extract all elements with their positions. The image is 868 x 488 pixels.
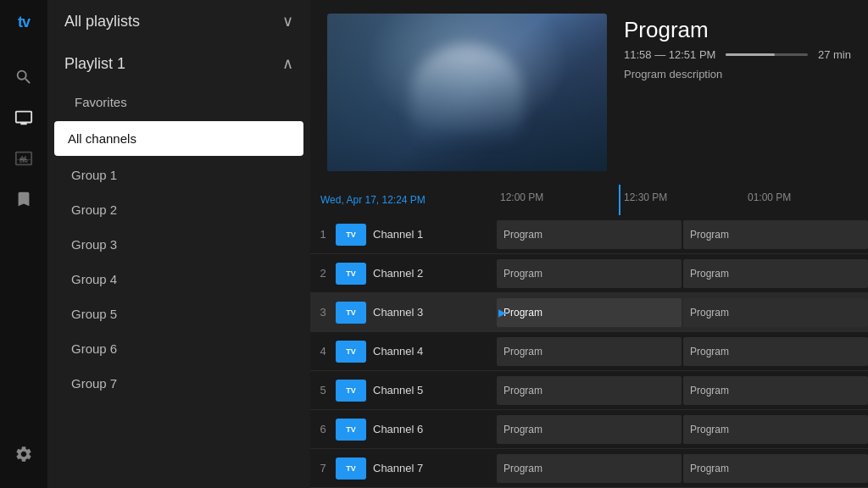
- channel-icon: TV: [336, 458, 366, 480]
- epg-program-list: ProgramProgram: [497, 337, 868, 366]
- epg-channel-area: 6TVChannel 6: [310, 419, 497, 441]
- epg-row[interactable]: 3TVChannel 3▶ProgramProgram: [310, 293, 868, 332]
- timeline-times: 12:00 PM 12:30 PM 01:00 PM: [497, 185, 868, 215]
- svg-text:DVR: DVR: [19, 159, 28, 164]
- channel-icon: TV: [336, 263, 366, 285]
- channel-number: 2: [310, 267, 336, 280]
- epg-program[interactable]: Program: [683, 337, 868, 366]
- nav-panel: All playlists ∨ Playlist 1 ∧ Favorites A…: [47, 0, 310, 488]
- current-date-label: Wed, Apr 17, 12:24 PM: [310, 194, 426, 206]
- channel-name: Channel 2: [373, 267, 466, 280]
- tv-nav-item[interactable]: [0, 97, 47, 138]
- epg-row[interactable]: 6TVChannel 6ProgramProgram: [310, 410, 868, 449]
- epg-program[interactable]: Program: [497, 415, 682, 444]
- dvr-nav-item[interactable]: DVR: [0, 138, 47, 179]
- main-content: Program 11:58 — 12:51 PM 27 min Program …: [310, 0, 868, 488]
- program-time-text: 11:58 — 12:51 PM: [624, 48, 715, 61]
- nav-group-3[interactable]: Group 3: [47, 227, 310, 262]
- all-playlists-label: All playlists: [64, 13, 140, 30]
- time-label-1200: 12:00 PM: [497, 185, 620, 215]
- program-description: Program description: [624, 68, 851, 80]
- channel-icon: TV: [336, 302, 366, 324]
- channel-number: 6: [310, 423, 336, 435]
- program-duration: 27 min: [818, 48, 851, 61]
- preview-image: [327, 14, 607, 171]
- nav-all-channels[interactable]: All channels: [54, 121, 303, 156]
- program-title: Program: [624, 17, 851, 43]
- epg-program[interactable]: Program: [497, 220, 682, 249]
- epg-channel-area: 1TVChannel 1: [310, 224, 497, 246]
- channel-number: 5: [310, 384, 336, 396]
- nav-group-1[interactable]: Group 1: [47, 158, 310, 192]
- channel-name: Channel 6: [373, 423, 466, 435]
- time-label-1230: 12:30 PM: [620, 185, 744, 215]
- nav-group-7[interactable]: Group 7: [47, 366, 310, 401]
- bookmark-nav-item[interactable]: [0, 179, 47, 219]
- play-indicator: ▶: [498, 307, 506, 319]
- top-preview-area: Program 11:58 — 12:51 PM 27 min Program …: [310, 0, 868, 185]
- epg-channel-area: 4TVChannel 4: [310, 341, 497, 363]
- epg-row[interactable]: 5TVChannel 5ProgramProgram: [310, 371, 868, 410]
- epg-program[interactable]: Program: [497, 298, 682, 327]
- epg-program-list: ProgramProgram: [497, 454, 868, 483]
- timeline-header: Wed, Apr 17, 12:24 PM 12:00 PM 12:30 PM …: [310, 185, 868, 215]
- search-nav-item[interactable]: [0, 57, 47, 97]
- epg-program-list: ProgramProgram: [497, 220, 868, 249]
- channel-name: Channel 7: [373, 462, 466, 474]
- epg-program-list: ▶ProgramProgram: [497, 298, 868, 327]
- epg-program[interactable]: Program: [497, 376, 682, 405]
- epg-container: Wed, Apr 17, 12:24 PM 12:00 PM 12:30 PM …: [310, 185, 868, 488]
- program-time-row: 11:58 — 12:51 PM 27 min: [624, 48, 851, 61]
- epg-program[interactable]: Program: [497, 337, 682, 366]
- sidebar: tv DVR: [0, 0, 47, 488]
- channel-number: 3: [310, 306, 336, 319]
- all-playlists-arrow: ∨: [282, 12, 293, 30]
- channel-icon: TV: [336, 341, 366, 363]
- epg-row[interactable]: 7TVChannel 7ProgramProgram: [310, 449, 868, 488]
- nav-group-5[interactable]: Group 5: [47, 297, 310, 331]
- playlist1-arrow: ∧: [282, 54, 293, 73]
- epg-row[interactable]: 2TVChannel 2ProgramProgram: [310, 254, 868, 293]
- preview-thumbnail[interactable]: [327, 14, 607, 171]
- epg-channel-area: 7TVChannel 7: [310, 458, 497, 480]
- nav-group-2[interactable]: Group 2: [47, 192, 310, 227]
- nav-favorites[interactable]: Favorites: [47, 85, 310, 119]
- channel-number: 1: [310, 228, 336, 241]
- epg-program[interactable]: Program: [683, 298, 868, 327]
- playlist1-label: Playlist 1: [64, 55, 125, 73]
- channel-icon: TV: [336, 419, 366, 441]
- app-logo: tv: [18, 14, 30, 31]
- epg-program[interactable]: Program: [683, 415, 868, 444]
- epg-channel-area: 2TVChannel 2: [310, 263, 497, 285]
- epg-program[interactable]: Program: [683, 454, 868, 483]
- channel-name: Channel 3: [373, 306, 466, 319]
- epg-row[interactable]: 4TVChannel 4ProgramProgram: [310, 332, 868, 371]
- all-playlists-header[interactable]: All playlists ∨: [47, 0, 310, 42]
- program-progress-bar: [726, 53, 808, 56]
- channel-name: Channel 1: [373, 228, 466, 241]
- epg-program[interactable]: Program: [683, 259, 868, 288]
- channel-name: Channel 4: [373, 345, 466, 358]
- channel-icon: TV: [336, 380, 366, 402]
- time-label-0100: 01:00 PM: [744, 185, 868, 215]
- epg-row[interactable]: 1TVChannel 1ProgramProgram: [310, 215, 868, 254]
- program-info: Program 11:58 — 12:51 PM 27 min Program …: [624, 14, 851, 171]
- epg-program[interactable]: Program: [497, 454, 682, 483]
- nav-group-4[interactable]: Group 4: [47, 262, 310, 297]
- epg-program[interactable]: Program: [497, 259, 682, 288]
- epg-program-list: ProgramProgram: [497, 415, 868, 444]
- epg-channel-area: 3TVChannel 3: [310, 302, 497, 324]
- settings-nav-item[interactable]: [0, 434, 47, 474]
- channel-icon: TV: [336, 224, 366, 246]
- epg-channel-area: 5TVChannel 5: [310, 380, 497, 402]
- epg-program[interactable]: Program: [683, 220, 868, 249]
- epg-program-list: ProgramProgram: [497, 376, 868, 405]
- playlist1-header[interactable]: Playlist 1 ∧: [47, 42, 310, 85]
- epg-program[interactable]: Program: [683, 376, 868, 405]
- nav-group-6[interactable]: Group 6: [47, 331, 310, 366]
- channel-name: Channel 5: [373, 384, 466, 396]
- channel-number: 7: [310, 462, 336, 474]
- timeline-spacer: Wed, Apr 17, 12:24 PM: [310, 185, 497, 215]
- epg-program-list: ProgramProgram: [497, 259, 868, 288]
- time-indicator: [619, 185, 620, 215]
